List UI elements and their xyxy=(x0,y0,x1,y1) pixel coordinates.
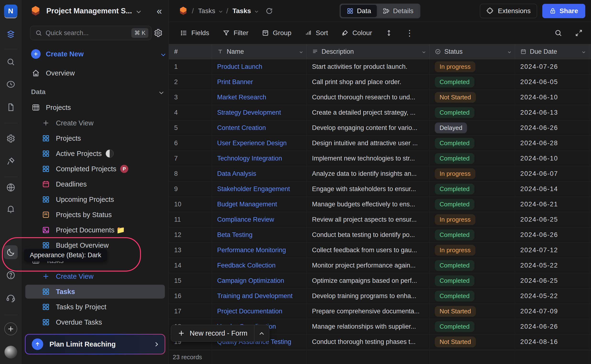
create-view-button[interactable]: Create View xyxy=(25,116,165,130)
view-item-projects[interactable]: Projects xyxy=(25,131,165,145)
row-number-cell[interactable]: 3 xyxy=(169,90,212,105)
new-record-button[interactable]: New record - Form xyxy=(171,325,269,342)
table-row[interactable]: 6User Experience DesignDesign intuitive … xyxy=(169,136,591,151)
name-cell[interactable]: Strategy Development xyxy=(212,105,307,120)
extensions-button[interactable]: Extensions xyxy=(480,4,537,18)
description-cell[interactable]: Engage with stakeholders to ensur... xyxy=(307,182,429,197)
view-item-tasks-by-project[interactable]: Tasks by Project xyxy=(25,300,165,314)
base-header[interactable]: Project Management S... « xyxy=(21,0,169,22)
name-cell[interactable]: Feedback Collection xyxy=(212,258,307,273)
row-number-cell[interactable]: 16 xyxy=(169,288,212,304)
due-date-cell[interactable]: 2024-06-26 xyxy=(515,228,589,242)
row-number-cell[interactable]: 7 xyxy=(169,151,212,166)
view-item-completed-projects[interactable]: Completed Projects P xyxy=(25,162,165,176)
row-number-cell[interactable]: 11 xyxy=(169,212,212,227)
description-cell[interactable]: Monitor project performance again... xyxy=(307,258,429,273)
create-view-button[interactable]: Create View xyxy=(25,269,165,283)
help-icon[interactable] xyxy=(6,270,16,280)
document-icon[interactable] xyxy=(6,103,15,112)
table-row[interactable]: 12Beta TestingConduct beta testing to id… xyxy=(169,228,591,243)
description-cell[interactable]: Manage relationships with supplier... xyxy=(307,319,429,334)
user-avatar[interactable] xyxy=(4,346,17,358)
record-link[interactable]: Product Launch xyxy=(217,63,262,71)
status-cell[interactable]: In progress xyxy=(429,59,515,74)
due-date-cell[interactable]: 2024-06-13 xyxy=(515,105,589,120)
headset-icon[interactable] xyxy=(6,293,16,303)
tab-details[interactable]: Details xyxy=(377,5,419,17)
add-workspace-button[interactable] xyxy=(4,322,17,335)
view-item-projects-by-status[interactable]: Projects by Status xyxy=(25,208,165,222)
record-link[interactable]: Compliance Review xyxy=(217,216,274,223)
description-cell[interactable]: Collect feedback from users to gau... xyxy=(307,243,429,258)
description-cell[interactable]: Prepare comprehensive documenta... xyxy=(307,304,429,319)
table-row[interactable]: 2Print BannerCall print shop and place o… xyxy=(169,75,591,90)
record-link[interactable]: Data Analysis xyxy=(217,170,256,177)
name-cell[interactable]: Training and Development xyxy=(212,288,307,304)
column-header-row-number[interactable]: # xyxy=(169,44,212,59)
view-item-upcoming-projects[interactable]: Upcoming Projects xyxy=(25,193,165,206)
table-row[interactable]: 14Feedback CollectionMonitor project per… xyxy=(169,258,591,273)
description-cell[interactable]: Conduct beta testing to identify po... xyxy=(307,228,429,242)
row-height-button[interactable] xyxy=(386,29,392,37)
view-item-overdue-tasks[interactable]: Overdue Tasks xyxy=(25,315,165,329)
status-cell[interactable]: Not Started xyxy=(429,304,515,319)
description-cell[interactable]: Manage budgets effectively to ens... xyxy=(307,197,429,212)
name-cell[interactable]: Market Research xyxy=(212,90,307,105)
name-cell[interactable]: Budget Management xyxy=(212,197,307,212)
row-number-cell[interactable]: 13 xyxy=(169,243,212,258)
due-date-cell[interactable]: 2024-06-26 xyxy=(515,120,589,136)
row-number-cell[interactable]: 15 xyxy=(169,273,212,288)
name-cell[interactable]: Stakeholder Engagement xyxy=(212,182,307,197)
status-cell[interactable]: Completed xyxy=(429,105,515,120)
refresh-icon[interactable] xyxy=(265,7,273,15)
table-row[interactable]: 5Content CreationDevelop engaging conten… xyxy=(169,120,591,136)
workspace-logo[interactable]: N xyxy=(4,5,17,17)
table-row[interactable]: 13Performance MonitoringCollect feedback… xyxy=(169,243,591,258)
record-link[interactable]: Budget Management xyxy=(217,201,277,208)
name-cell[interactable]: Content Creation xyxy=(212,120,307,136)
status-cell[interactable]: Completed xyxy=(429,182,515,197)
due-date-cell[interactable]: 2024-06-28 xyxy=(515,136,589,151)
name-cell[interactable]: Project Documentation xyxy=(212,304,307,319)
table-row[interactable]: 7Technology IntegrationImplement new tec… xyxy=(169,151,591,166)
filter-button[interactable]: Filter xyxy=(223,29,248,37)
description-cell[interactable]: Analyze data to identify insights an... xyxy=(307,166,429,181)
status-cell[interactable]: Not Started xyxy=(429,90,515,105)
column-header-status[interactable]: Status xyxy=(429,44,515,59)
view-item-active-projects[interactable]: Active Projects xyxy=(25,147,165,161)
record-link[interactable]: Strategy Development xyxy=(217,109,281,116)
record-link[interactable]: Campaign Optimization xyxy=(217,277,284,285)
name-cell[interactable]: Print Banner xyxy=(212,75,307,90)
view-item-tasks[interactable]: Tasks xyxy=(25,285,165,299)
record-link[interactable]: Project Documentation xyxy=(217,308,282,315)
status-cell[interactable]: Completed xyxy=(429,258,515,273)
due-date-cell[interactable]: 2024-06-26 xyxy=(515,319,589,334)
row-number-cell[interactable]: 2 xyxy=(169,75,212,90)
description-cell[interactable]: Develop training programs to enha... xyxy=(307,288,429,304)
due-date-cell[interactable]: 2024-07-09 xyxy=(515,304,589,319)
column-header-due-date[interactable]: Due Date xyxy=(515,44,589,59)
group-button[interactable]: Group xyxy=(262,29,292,37)
due-date-cell[interactable]: 2024-06-14 xyxy=(515,182,589,197)
record-link[interactable]: Market Research xyxy=(217,94,266,101)
plug-icon[interactable] xyxy=(6,156,16,166)
table-row[interactable]: 17Project DocumentationPrepare comprehen… xyxy=(169,304,591,319)
record-link[interactable]: Technology Integration xyxy=(217,155,282,162)
share-button[interactable]: Share xyxy=(542,4,585,18)
plan-limit-banner[interactable]: Plan Limit Reaching xyxy=(25,334,165,354)
status-cell[interactable]: In progress xyxy=(429,166,515,181)
record-link[interactable]: Training and Development xyxy=(217,292,293,300)
table-row[interactable]: 9Stakeholder EngagementEngage with stake… xyxy=(169,182,591,197)
due-date-cell[interactable]: 2024-06-25 xyxy=(515,212,589,227)
status-cell[interactable]: Completed xyxy=(429,319,515,334)
sidebar-item-overview[interactable]: Overview xyxy=(25,66,165,80)
record-link[interactable]: Performance Monitoring xyxy=(217,247,286,254)
row-number-cell[interactable]: 10 xyxy=(169,197,212,212)
status-cell[interactable]: Completed xyxy=(429,136,515,151)
sort-button[interactable]: Sort xyxy=(305,29,328,37)
due-date-cell[interactable]: 2024-06-07 xyxy=(515,166,589,181)
expand-icon[interactable] xyxy=(575,29,583,37)
row-number-cell[interactable]: 6 xyxy=(169,136,212,151)
row-number-cell[interactable]: 8 xyxy=(169,166,212,181)
status-cell[interactable]: Completed xyxy=(429,75,515,90)
